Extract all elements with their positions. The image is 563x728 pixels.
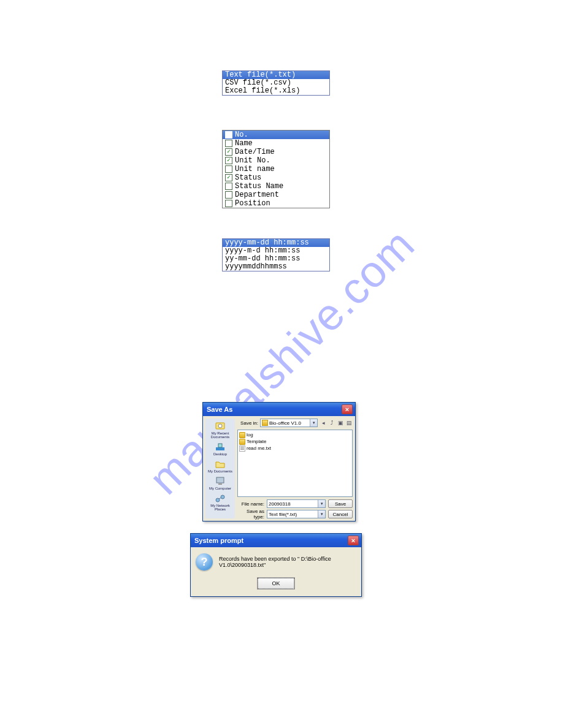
save-in-combo[interactable]: Bio-office V1.0 ▾: [260, 419, 318, 427]
place-label: My Computer: [209, 487, 231, 490]
svg-rect-3: [218, 444, 222, 447]
places-item[interactable]: My Documents: [207, 458, 234, 474]
place-label: Desktop: [213, 452, 227, 456]
save-in-label: Save in:: [237, 420, 258, 426]
file-type-listbox[interactable]: Text file(*.txt)CSV file(*.csv)Excel fil…: [222, 70, 330, 96]
places-item[interactable]: My Network Places: [207, 492, 234, 512]
file-entry[interactable]: read me.txt: [239, 445, 351, 452]
place-label: My Documents: [208, 469, 232, 473]
field-label: Date/Time: [235, 148, 275, 156]
place-label: My Network Places: [207, 504, 234, 511]
places-item[interactable]: My Computer: [207, 475, 234, 491]
checkbox-icon[interactable]: [225, 191, 232, 199]
cancel-button[interactable]: Cancel: [328, 510, 353, 518]
chevron-down-icon[interactable]: ▾: [310, 419, 317, 427]
field-label: Unit name: [235, 165, 275, 173]
date-format-option[interactable]: yyyy-mm-dd hh:mm:ss: [223, 239, 329, 247]
file-type-option[interactable]: CSV file(*.csv): [223, 79, 329, 87]
chevron-down-icon[interactable]: ▾: [318, 510, 325, 518]
save-as-type-label: Save as type:: [237, 510, 264, 518]
file-entry-label: read me.txt: [247, 445, 271, 452]
save-in-value: Bio-office V1.0: [269, 420, 301, 426]
checkbox-icon[interactable]: [225, 131, 232, 138]
svg-rect-5: [218, 483, 222, 485]
field-label: Name: [235, 139, 253, 148]
close-icon[interactable]: ×: [342, 404, 353, 414]
place-icon: [214, 458, 226, 469]
field-label: Status: [235, 173, 261, 182]
new-folder-icon[interactable]: ▣: [337, 419, 344, 427]
save-as-type-combo[interactable]: Text file(*.txt) ▾: [267, 510, 326, 518]
svg-rect-4: [216, 477, 224, 483]
date-format-listbox[interactable]: yyyy-mm-dd hh:mm:ssyyyy-m-d hh:mm:ssyy-m…: [222, 238, 330, 271]
field-label: Status Name: [235, 182, 283, 191]
field-option[interactable]: Name: [223, 139, 329, 148]
place-icon: [214, 441, 226, 452]
field-option[interactable]: No.: [223, 131, 329, 139]
field-option[interactable]: Position: [223, 199, 329, 208]
prompt-message: Records have been exported to " D:\Bio-o…: [219, 556, 356, 568]
file-list-area[interactable]: logTemplateread me.txt: [237, 430, 353, 497]
field-label: Position: [235, 199, 270, 208]
date-format-option[interactable]: yy-mm-dd hh:mm:ss: [223, 255, 329, 263]
views-icon[interactable]: ▤: [345, 419, 353, 427]
file-entry-label: log: [247, 431, 253, 438]
checkbox-icon[interactable]: [225, 200, 232, 207]
file-entry-label: Template: [247, 438, 266, 445]
file-type-option[interactable]: Excel file(*.xls): [223, 87, 329, 95]
folder-icon: [262, 420, 268, 426]
place-label: My Recent Documents: [207, 431, 234, 439]
close-icon[interactable]: ×: [348, 536, 359, 545]
file-name-value: 20090318: [269, 501, 291, 507]
file-name-label: File name:: [237, 499, 264, 508]
question-icon: ?: [196, 553, 213, 571]
file-type-option[interactable]: Text file(*.txt): [223, 71, 329, 79]
place-icon: [214, 493, 226, 504]
ok-button[interactable]: OK: [258, 578, 294, 589]
checkbox-icon[interactable]: [225, 140, 232, 147]
folder-icon: [239, 439, 245, 445]
field-option[interactable]: Date/Time: [223, 148, 329, 156]
svg-rect-2: [216, 447, 224, 450]
field-label: No.: [235, 131, 248, 139]
field-checklist[interactable]: No.NameDate/TimeUnit No.Unit nameStatusS…: [222, 130, 330, 208]
text-file-icon: [239, 446, 245, 452]
dialog-title: Save As: [207, 406, 232, 413]
save-button[interactable]: Save: [328, 499, 353, 508]
checkbox-icon[interactable]: [225, 157, 232, 164]
checkbox-icon[interactable]: [225, 148, 232, 156]
places-item[interactable]: My Recent Documents: [207, 420, 234, 439]
field-option[interactable]: Department: [223, 191, 329, 199]
dialog-titlebar: System prompt ×: [191, 534, 361, 547]
dialog-title: System prompt: [194, 537, 243, 544]
places-item[interactable]: Desktop: [207, 441, 234, 457]
file-name-input[interactable]: 20090318 ▾: [267, 499, 326, 508]
file-entry[interactable]: Template: [239, 438, 351, 445]
field-label: Department: [235, 191, 279, 199]
field-option[interactable]: Unit No.: [223, 156, 329, 165]
date-format-option[interactable]: yyyymmddhhmmss: [223, 263, 329, 271]
field-option[interactable]: Unit name: [223, 165, 329, 173]
field-label: Unit No.: [235, 156, 270, 165]
svg-point-1: [218, 424, 222, 428]
checkbox-icon[interactable]: [225, 174, 232, 181]
places-bar: My Recent DocumentsDesktopMy DocumentsMy…: [205, 419, 235, 518]
folder-icon: [239, 432, 245, 438]
field-option[interactable]: Status Name: [223, 182, 329, 191]
svg-point-7: [221, 495, 224, 499]
nav-toolbar: ◂ ⤴ ▣ ▤: [320, 419, 353, 427]
back-icon[interactable]: ◂: [320, 419, 327, 427]
checkbox-icon[interactable]: [225, 165, 232, 173]
chevron-down-icon[interactable]: ▾: [318, 500, 325, 507]
up-icon[interactable]: ⤴: [328, 419, 335, 427]
system-prompt-dialog: System prompt × ? Records have been expo…: [190, 533, 362, 597]
place-icon: [214, 476, 226, 487]
date-format-option[interactable]: yyyy-m-d hh:mm:ss: [223, 247, 329, 255]
save-as-dialog: Save As × My Recent DocumentsDesktopMy D…: [202, 402, 356, 521]
checkbox-icon[interactable]: [225, 183, 232, 190]
place-icon: [214, 420, 226, 431]
save-as-type-value: Text file(*.txt): [269, 512, 297, 517]
file-entry[interactable]: log: [239, 431, 351, 438]
dialog-titlebar: Save As ×: [203, 403, 355, 416]
field-option[interactable]: Status: [223, 173, 329, 182]
